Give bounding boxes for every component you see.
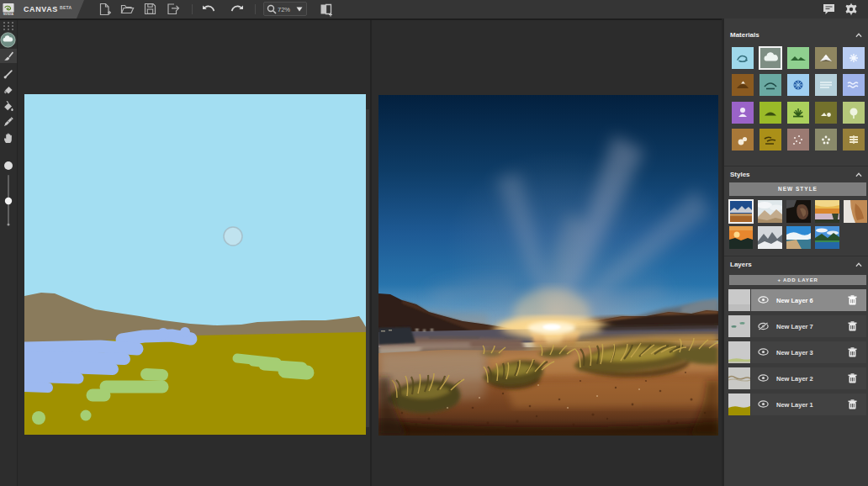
svg-text:NVIDIA: NVIDIA [3,13,13,16]
